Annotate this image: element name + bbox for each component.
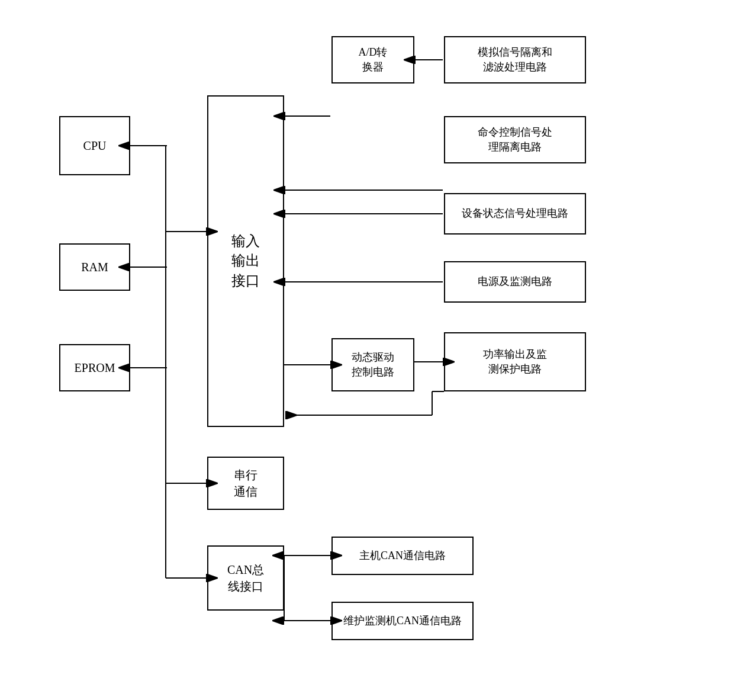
- analog-filter-box: 模拟信号隔离和 滤波处理电路: [444, 36, 586, 84]
- power-output-box: 功率输出及监 测保护电路: [444, 332, 586, 391]
- cmd-signal-box: 命令控制信号处 理隔离电路: [444, 116, 586, 163]
- maintenance-can-box: 维护监测机CAN通信电路: [331, 602, 474, 640]
- eprom-box: EPROM: [59, 344, 130, 391]
- dynamic-drive-box: 动态驱动 控制电路: [331, 338, 414, 391]
- can-interface-box: CAN总 线接口: [207, 545, 284, 611]
- serial-comm-box: 串行 通信: [207, 457, 284, 510]
- device-status-box: 设备状态信号处理电路: [444, 193, 586, 235]
- power-monitor-box: 电源及监测电路: [444, 261, 586, 303]
- cpu-box: CPU: [59, 116, 130, 175]
- ram-box: RAM: [59, 243, 130, 291]
- block-diagram: CPU RAM EPROM 输入 输出 接口 A/D转 换器 模拟信号隔离和 滤…: [41, 24, 693, 676]
- io-interface-box: 输入 输出 接口: [207, 95, 284, 427]
- ad-converter-box: A/D转 换器: [331, 36, 414, 84]
- host-can-box: 主机CAN通信电路: [331, 537, 474, 575]
